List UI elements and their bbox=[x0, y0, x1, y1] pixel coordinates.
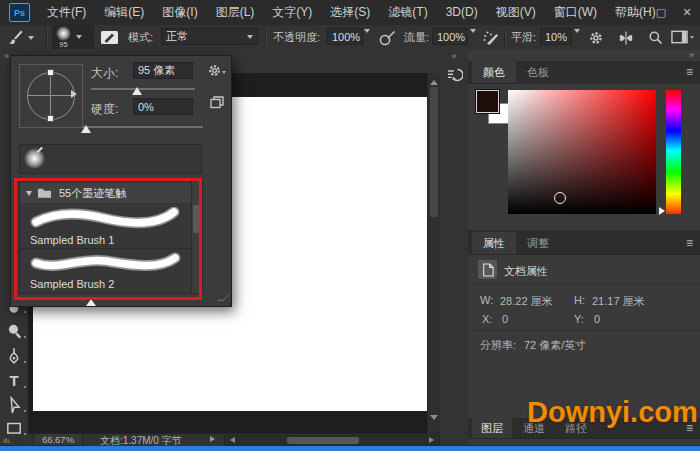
tab-layers[interactable]: 图层 bbox=[472, 418, 512, 438]
dock-expand-icon[interactable]: » bbox=[689, 50, 694, 60]
gear-icon bbox=[588, 30, 604, 46]
opacity-field[interactable]: 100% bbox=[327, 28, 363, 45]
menu-3d[interactable]: 3D(D) bbox=[437, 0, 487, 25]
watermark: Downyi.com bbox=[527, 396, 698, 429]
brush-item-label[interactable]: Sampled Brush 1 bbox=[30, 234, 114, 246]
toolbar-expand-icon[interactable]: » bbox=[4, 51, 9, 61]
list-scrollbar[interactable] bbox=[191, 181, 202, 293]
brush-preset-list[interactable]: 55个墨迹笔触 Sampled Brush 1 Sampled Brush 2 bbox=[19, 180, 203, 294]
smoothing-options-button[interactable] bbox=[588, 30, 604, 46]
size-slider-track[interactable] bbox=[91, 88, 195, 90]
paint-symmetry-button[interactable] bbox=[617, 29, 635, 47]
vertical-scroll-thumb[interactable] bbox=[430, 87, 438, 217]
corner-resize-grip[interactable] bbox=[217, 295, 229, 301]
menu-window[interactable]: 窗口(W) bbox=[545, 0, 606, 25]
scroll-right-icon[interactable] bbox=[429, 437, 437, 443]
properties-panel-body: 文档属性 W: 28.22 厘米 H: 21.17 厘米 X: 0 Y: 0 分… bbox=[468, 254, 700, 418]
brush-group-header[interactable]: 55个墨迹笔触 bbox=[20, 183, 192, 203]
toggle-brush-settings-button[interactable] bbox=[100, 29, 119, 46]
brush-tool-icon bbox=[7, 29, 24, 46]
tab-swatches[interactable]: 色板 bbox=[516, 61, 560, 83]
menu-type[interactable]: 文字(Y) bbox=[263, 0, 321, 25]
maximize-button[interactable]: ▢ bbox=[648, 0, 674, 25]
minimize-button[interactable]: — bbox=[622, 0, 648, 25]
opacity-pressure-button[interactable] bbox=[378, 29, 396, 47]
menu-edit[interactable]: 编辑(E) bbox=[95, 0, 153, 25]
width-value[interactable]: 28.22 厘米 bbox=[500, 294, 553, 309]
type-tool[interactable]: T bbox=[5, 372, 23, 390]
tab-properties[interactable]: 属性 bbox=[472, 232, 516, 254]
rectangle-tool[interactable] bbox=[5, 419, 23, 437]
opacity-dropdown-button[interactable] bbox=[364, 33, 370, 51]
menu-image[interactable]: 图像(I) bbox=[153, 0, 206, 25]
workspace-switcher-button[interactable] bbox=[671, 30, 694, 44]
popup-resize-grip[interactable] bbox=[86, 294, 96, 306]
menu-layer[interactable]: 图层(L) bbox=[207, 0, 264, 25]
hue-strip[interactable] bbox=[666, 90, 681, 214]
flow-field[interactable]: 100% bbox=[432, 28, 468, 45]
flow-dropdown-button[interactable] bbox=[470, 33, 476, 51]
horizontal-scroll-thumb[interactable] bbox=[287, 437, 359, 444]
hardness-slider-track[interactable] bbox=[83, 126, 203, 128]
brush-angle-widget[interactable] bbox=[19, 64, 83, 128]
x-value[interactable]: 0 bbox=[502, 313, 508, 325]
menu-select[interactable]: 选择(S) bbox=[321, 0, 379, 25]
search-button[interactable] bbox=[648, 30, 663, 45]
path-selection-tool[interactable] bbox=[5, 396, 23, 414]
height-value[interactable]: 21.17 厘米 bbox=[592, 294, 645, 309]
create-new-brush-button[interactable] bbox=[210, 96, 224, 109]
pen-tool[interactable] bbox=[5, 347, 23, 365]
scroll-up-icon[interactable] bbox=[430, 76, 438, 85]
hardness-field[interactable]: 0% bbox=[133, 98, 193, 115]
brush-group-label: 55个墨迹笔触 bbox=[59, 186, 126, 201]
brush-size-label: 大小: bbox=[91, 64, 118, 83]
type-tool-icon: T bbox=[9, 372, 18, 389]
close-button[interactable]: ✕ bbox=[674, 0, 700, 25]
brush-preset-picker[interactable]: 95 bbox=[52, 25, 94, 49]
brush-size-field[interactable]: 95 像素 bbox=[133, 62, 193, 79]
smoothing-field[interactable]: 10% bbox=[540, 28, 572, 45]
size-slider-thumb[interactable] bbox=[132, 82, 142, 95]
dodge-tool[interactable] bbox=[5, 322, 23, 340]
group-expand-icon[interactable] bbox=[26, 191, 32, 199]
menu-file[interactable]: 文件(F) bbox=[38, 0, 95, 25]
airbrush-button[interactable] bbox=[482, 29, 500, 47]
opacity-value: 100% bbox=[332, 31, 360, 43]
brush-preset-popup: 大小: 95 像素 硬度: 0% 55个墨迹笔触 bbox=[10, 55, 232, 307]
list-scroll-thumb[interactable] bbox=[193, 205, 200, 233]
angle-arrow-icon[interactable] bbox=[71, 90, 81, 98]
horizontal-scrollbar[interactable] bbox=[224, 435, 440, 446]
y-value[interactable]: 0 bbox=[594, 313, 600, 325]
vertical-scrollbar[interactable] bbox=[427, 73, 441, 433]
panel-menu-icon[interactable]: ≡ bbox=[686, 65, 692, 79]
status-options-icon[interactable] bbox=[210, 436, 218, 442]
brush-options-button[interactable] bbox=[207, 63, 226, 78]
brush-item-label[interactable]: Sampled Brush 2 bbox=[30, 278, 114, 290]
hardness-slider-thumb[interactable] bbox=[81, 120, 91, 133]
menu-filter[interactable]: 滤镜(T) bbox=[379, 0, 436, 25]
resolution-value[interactable]: 72 像素/英寸 bbox=[524, 338, 586, 353]
current-brush-preview-row[interactable] bbox=[19, 144, 202, 174]
brush-stroke-preview[interactable] bbox=[28, 207, 183, 231]
zoom-level-field[interactable]: 66.67% bbox=[33, 433, 83, 446]
height-label: H: bbox=[574, 294, 585, 306]
color-picker-cursor[interactable] bbox=[554, 192, 566, 204]
foreground-color-swatch[interactable] bbox=[476, 90, 499, 113]
brush-tool-preset[interactable] bbox=[7, 29, 34, 46]
hue-slider-icon[interactable] bbox=[659, 207, 669, 215]
scroll-left-icon[interactable] bbox=[227, 437, 235, 443]
tab-adjustments[interactable]: 调整 bbox=[516, 232, 560, 254]
symmetry-butterfly-icon bbox=[617, 29, 635, 47]
saturation-brightness-field[interactable] bbox=[508, 90, 656, 214]
panel-menu-icon[interactable]: ≡ bbox=[686, 236, 692, 250]
history-panel-button[interactable] bbox=[445, 66, 463, 84]
tab-color[interactable]: 颜色 bbox=[472, 61, 516, 83]
angle-handle-top[interactable] bbox=[47, 69, 54, 76]
menu-view[interactable]: 视图(V) bbox=[487, 0, 545, 25]
angle-handle-bottom[interactable] bbox=[47, 115, 54, 122]
dock-collapse-icon[interactable]: « bbox=[440, 50, 468, 62]
brush-stroke-preview[interactable] bbox=[28, 251, 183, 275]
smoothing-dropdown-button[interactable] bbox=[574, 33, 580, 51]
blend-mode-select[interactable]: 正常 bbox=[161, 28, 258, 45]
scroll-down-icon[interactable] bbox=[430, 415, 438, 424]
